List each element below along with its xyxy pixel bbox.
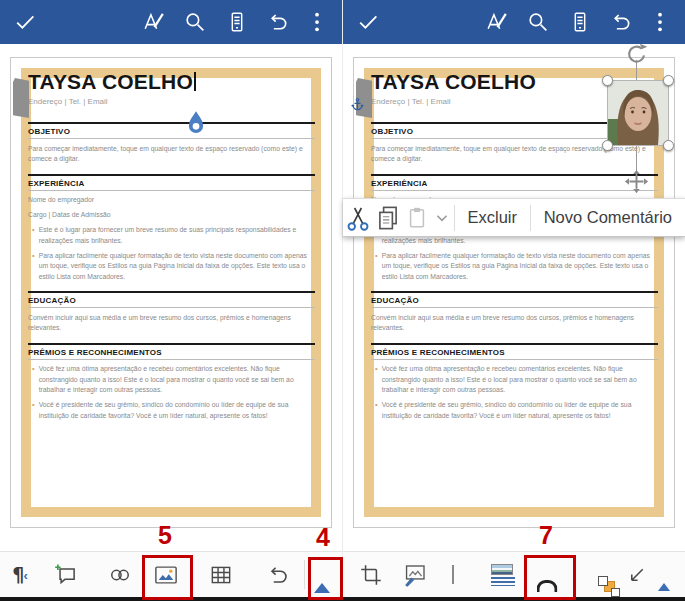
format-text-icon[interactable] — [141, 10, 166, 35]
context-menu: Excluir Novo Comentário — [343, 198, 685, 237]
section-heading[interactable]: EXPERIÊNCIA — [371, 176, 658, 191]
bullet-text: Para aplicar facilmente qualquer formata… — [382, 251, 658, 283]
bullet-marker: • — [32, 364, 35, 396]
resume-content: TAYSA COELHO Endereço | Tel. | Email OBJ… — [11, 58, 331, 527]
annotation-number-4: 4 — [316, 525, 330, 550]
section-bullet[interactable]: •Para aplicar facilmente qualquer format… — [32, 251, 315, 283]
resume-section: EDUCAÇÃOConvém incluir aqui sua média e … — [28, 291, 315, 334]
bullet-marker: • — [375, 251, 378, 283]
word-mobile-tutorial-screenshot: TAYSA COELHO Endereço | Tel. | Email OBJ… — [0, 0, 685, 601]
rotate-handle-icon[interactable] — [624, 41, 649, 66]
expand-ribbon-icon[interactable] — [658, 566, 670, 584]
paste-icon[interactable] — [403, 199, 431, 236]
text-cursor — [194, 72, 196, 91]
resume-sections: OBJETIVOPara começar imediatamente, toqu… — [371, 122, 658, 422]
delete-button[interactable]: Excluir — [455, 199, 531, 236]
inserted-photo[interactable] — [607, 80, 669, 146]
crop-icon[interactable] — [358, 562, 384, 588]
check-icon[interactable] — [13, 10, 38, 35]
resume-contact-line[interactable]: Endereço | Tel. | Email — [28, 97, 315, 106]
bullet-marker: • — [32, 225, 35, 246]
section-bullet[interactable]: •Você é presidente de seu grêmio, síndic… — [375, 400, 658, 421]
new-comment-button[interactable]: Novo Comentário — [531, 199, 685, 236]
annotation-box-step4 — [308, 557, 343, 600]
bookmark-ribbon — [13, 78, 29, 118]
resize-handle-bottom-right[interactable] — [663, 140, 674, 151]
section-heading[interactable]: PRÊMIOS E RECONHECIMENTOS — [371, 345, 658, 360]
cut-icon[interactable] — [343, 199, 373, 236]
resume-section: EXPERIÊNCIANome do empregadorCargo | Dat… — [28, 174, 315, 283]
section-paragraph[interactable]: Convém incluir aqui sua média e um breve… — [28, 313, 315, 334]
section-bullet[interactable]: •Você fez uma ótima apresentação e receb… — [32, 364, 315, 396]
undo-icon[interactable] — [608, 10, 633, 35]
insert-table-icon[interactable] — [208, 562, 234, 588]
search-icon[interactable] — [183, 10, 208, 35]
section-heading[interactable]: PRÊMIOS E RECONHECIMENTOS — [28, 345, 315, 360]
bullet-marker: • — [375, 400, 378, 421]
annotation-number-5: 5 — [158, 523, 172, 548]
annotation-box-step5 — [142, 555, 193, 600]
text-cursor-drag-handle[interactable] — [186, 110, 206, 136]
resize-icon[interactable] — [625, 562, 650, 587]
section-heading[interactable]: EXPERIÊNCIA — [28, 176, 315, 191]
bullet-text: Você fez uma ótima apresentação e recebe… — [382, 364, 658, 396]
bullet-marker: • — [32, 400, 35, 421]
change-picture-icon[interactable] — [452, 566, 454, 584]
bullet-marker: • — [32, 251, 35, 283]
check-icon[interactable] — [356, 10, 381, 35]
mobile-view-icon[interactable] — [225, 10, 250, 35]
mobile-view-icon[interactable] — [568, 10, 593, 35]
new-comment-icon[interactable] — [53, 562, 79, 588]
section-paragraph[interactable]: Cargo | Datas de Admissão — [28, 210, 315, 221]
section-paragraph[interactable]: Para começar imediatamente, toque em qua… — [28, 144, 315, 165]
annotation-number-7: 7 — [539, 523, 553, 548]
section-heading[interactable]: EDUCAÇÃO — [371, 293, 658, 308]
document-canvas[interactable]: TAYSA COELHO Endereço | Tel. | Email OBJ… — [0, 44, 342, 552]
link-icon[interactable] — [107, 562, 133, 588]
format-text-icon[interactable] — [484, 10, 509, 35]
section-bullet[interactable]: •Para aplicar facilmente qualquer format… — [375, 251, 658, 283]
resume-section: EDUCAÇÃOConvém incluir aqui sua média e … — [371, 291, 658, 334]
bullet-text: Você é presidente de seu grêmio, síndico… — [39, 400, 315, 421]
bullet-marker: • — [375, 364, 378, 396]
section-heading[interactable]: OBJETIVO — [28, 124, 315, 139]
section-bullet[interactable]: •Você fez uma ótima apresentação e receb… — [375, 364, 658, 396]
undo-icon[interactable] — [264, 562, 290, 588]
section-paragraph[interactable]: Para começar imediatamente, toque em qua… — [371, 144, 658, 165]
resume-section: OBJETIVOPara começar imediatamente, toqu… — [28, 122, 315, 165]
section-paragraph[interactable]: Convém incluir aqui sua média e um breve… — [371, 313, 658, 334]
resume-name-title[interactable]: TAYSA COELHO — [28, 70, 315, 94]
section-heading[interactable]: EDUCAÇÃO — [28, 293, 315, 308]
bullet-text: Para aplicar facilmente qualquer formata… — [39, 251, 315, 283]
picture-layout-icon[interactable] — [491, 564, 515, 586]
bullet-text: Você fez uma ótima apresentação e recebe… — [39, 364, 315, 396]
top-toolbar — [343, 0, 685, 44]
section-paragraph[interactable]: Nome do empregador — [28, 195, 315, 206]
undo-icon[interactable] — [265, 10, 290, 35]
chevron-down-icon[interactable] — [431, 199, 454, 236]
toolbar-divider — [304, 560, 305, 589]
resize-handle-top-left[interactable] — [602, 75, 613, 86]
resize-handle-top-right[interactable] — [663, 75, 674, 86]
bullet-text: Este é o lugar para fornecer um breve re… — [39, 225, 315, 246]
right-screenshot-panel: TAYSA COELHO Endereço | Tel. | Email OBJ… — [343, 0, 685, 601]
resume-page[interactable]: TAYSA COELHO Endereço | Tel. | Email OBJ… — [10, 57, 332, 528]
formatting-marks-icon[interactable]: ¶‹ — [12, 565, 27, 585]
resume-sections: OBJETIVOPara começar imediatamente, toqu… — [28, 122, 315, 422]
overflow-menu-icon[interactable] — [305, 10, 330, 35]
left-screenshot-panel: TAYSA COELHO Endereço | Tel. | Email OBJ… — [0, 0, 343, 601]
picture-format-icon[interactable] — [402, 561, 429, 588]
section-bullet[interactable]: •Este é o lugar para fornecer um breve r… — [32, 225, 315, 246]
bullet-text: Você é presidente de seu grêmio, síndico… — [382, 400, 658, 421]
overflow-menu-icon[interactable] — [648, 10, 673, 35]
top-toolbar — [0, 0, 342, 44]
move-handle-icon[interactable] — [622, 167, 651, 196]
section-bullet[interactable]: •Você é presidente de seu grêmio, síndic… — [32, 400, 315, 421]
annotation-box-step7 — [524, 555, 576, 600]
bottom-toolbar-picture — [343, 551, 685, 597]
copy-icon[interactable] — [373, 199, 403, 236]
resume-section: PRÊMIOS E RECONHECIMENTOS•Você fez uma ó… — [371, 343, 658, 422]
anchor-icon — [350, 96, 365, 112]
search-icon[interactable] — [526, 10, 551, 35]
resize-handle-bottom-left[interactable] — [602, 140, 613, 151]
